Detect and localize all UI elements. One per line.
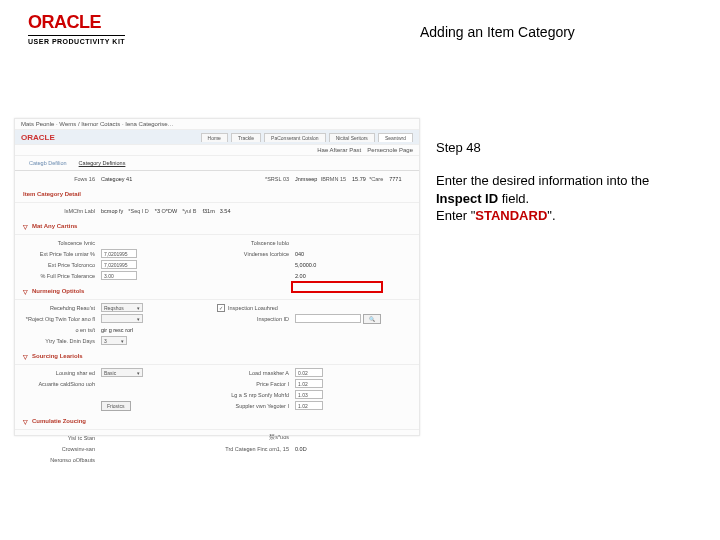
instr-value: STANDARD [475,208,547,223]
sourc-header[interactable]: ▽Sourcing Leariols [15,348,419,365]
priorities-button[interactable]: Friostcs [101,401,131,411]
cum-header[interactable]: ▽Cumulatie Zoucing [15,413,419,430]
nav-trackle[interactable]: Trackle [231,133,261,142]
top-nav: ORACLE Home Trackle PaConserant Cotslon … [15,130,419,145]
chevron-down-icon: ▾ [137,305,140,311]
ext-price-input[interactable]: 7,0201995 [101,249,137,258]
instr-enter-tail: ". [547,208,555,223]
breadcrumb-row: Mats Peonle · Wems / Itemor Cotacts · Ie… [15,119,419,130]
breadcrumb: Mats Peonle · Wems / Itemor Cotacts · Ie… [21,121,174,127]
collapse-icon: ▽ [23,288,28,295]
ext-price-2-input[interactable]: 7,0201995 [101,260,137,269]
receiving-select[interactable]: Reqshos▾ [101,303,143,312]
sourc-grid: Lousing shar edBasic▾ Load rnaskher A0.0… [15,365,419,413]
matany-grid: Tolscence Ivnic Tolscence Iublo Ext Pric… [15,235,419,283]
title-row: Fows 16Categoey 41 *SRSL 03Jnmseep IBRMN… [15,171,419,186]
app-screenshot: Mats Peonle · Wems / Itemor Cotacts · Ie… [14,118,420,436]
info-grid: IsMCfm Lablbcmop fy *Seq I D*3 O*DW *yul… [15,203,419,218]
instr-tail: field. [498,191,529,206]
nav-seantwrd[interactable]: Seantwrd [378,133,413,142]
leasing-select[interactable]: Basic▾ [101,368,143,377]
oracle-wordmark: ORACLE [28,12,125,33]
upk-wordmark: USER PRODUCTIVITY KIT [28,35,125,45]
page-tab-row: Hae Afterar Past Persecnole Page [15,145,419,156]
nun-grid: Recehdng Reau'stReqshos▾ ✓Inspection Loa… [15,300,419,348]
name-val: Categoey 41 [101,176,132,182]
full-price-input[interactable]: 3.00 [101,271,137,280]
chevron-down-icon: ▾ [121,338,124,344]
page-tab-2[interactable]: Persecnole Page [367,147,413,153]
reject-select[interactable]: ▾ [101,314,143,323]
subtab-defs[interactable]: Category Definions [73,158,132,168]
oracle-upk-logo: ORACLE USER PRODUCTIVITY KIT [28,12,125,45]
matany-header[interactable]: ▽Mat Any Cartins [15,218,419,235]
collapse-icon: ▽ [23,418,28,425]
chevron-down-icon: ▾ [137,370,140,376]
collapse-icon: ▽ [23,353,28,360]
instr-lead: Enter the desired information into the [436,173,649,188]
doc-title: Adding an Item Category [420,24,575,40]
supplier-input[interactable]: 1.02 [295,401,323,410]
nav-seritors[interactable]: Nicital Seritors [329,133,375,142]
page-tab-1[interactable]: Hae Afterar Past [317,147,361,153]
instruction-block: Enter the desired information into the I… [436,172,676,225]
topnav-tabs: Home Trackle PaConserant Cotslon Nicital… [201,133,413,142]
subtab-def[interactable]: Categb Defilion [23,158,73,168]
nav-home[interactable]: Home [201,133,228,142]
cum-grid: Yisl tc Stan 禁s*uos Crowsinv-san Trd Cat… [15,430,419,467]
name-lbl: Fows 16 [23,176,95,182]
collapse-icon: ▽ [23,223,28,230]
yty-select[interactable]: 3▾ [101,336,127,345]
price-factor-input[interactable]: 1.02 [295,379,323,388]
inspect-id-input[interactable] [295,314,361,323]
instr-field: Inspect ID [436,191,498,206]
app-brand: ORACLE [21,133,55,142]
sub-tabs: Categb Defilion Category Definions [15,156,419,171]
instr-enter-lead: Enter " [436,208,475,223]
lookup-icon[interactable]: 🔍 [363,314,381,324]
chevron-down-icon: ▾ [137,316,140,322]
inspection-checkbox[interactable]: ✓Inspection Loauhred [217,304,278,312]
lg-input[interactable]: 1.03 [295,390,323,399]
step-label: Step 48 [436,140,481,155]
info-header: Item Category Detail [15,186,419,203]
srsl-lbl: *SRSL 03 [217,176,289,182]
nav-cotslon[interactable]: PaConserant Cotslon [264,133,326,142]
nun-header[interactable]: ▽Nurmeing Optitols [15,283,419,300]
load-input[interactable]: 0.02 [295,368,323,377]
